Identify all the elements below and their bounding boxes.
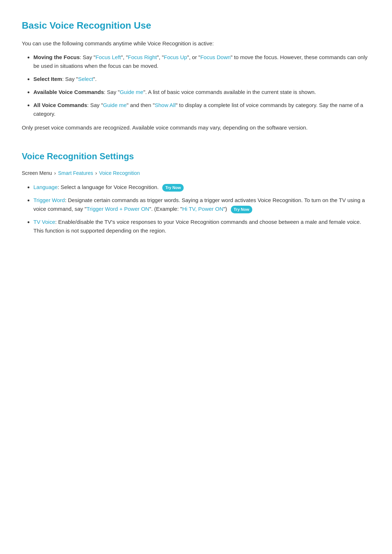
link-hi-tv-power-on[interactable]: Hi TV, Power ON	[182, 206, 223, 212]
term-moving-focus: Moving the Focus	[33, 54, 80, 60]
section1-title: Basic Voice Recognition Use	[22, 18, 370, 33]
list-item-moving-focus: Moving the Focus: Say "Focus Left", "Foc…	[33, 53, 370, 70]
section2-list: Language: Select a language for Voice Re…	[33, 183, 370, 235]
link-guide-me-2[interactable]: Guide me	[103, 102, 127, 108]
link-focus-up[interactable]: Focus Up	[164, 54, 187, 60]
link-select[interactable]: Select	[78, 76, 93, 82]
link-focus-right[interactable]: Focus Right	[128, 54, 157, 60]
breadcrumb-root: Screen Menu	[22, 169, 52, 177]
list-item-language: Language: Select a language for Voice Re…	[33, 183, 370, 192]
try-now-badge-trigger[interactable]: Try Now	[231, 206, 252, 214]
link-guide-me-1[interactable]: Guide me	[120, 89, 143, 95]
breadcrumb-separator-1: ›	[54, 169, 56, 177]
list-item-available-voice: Available Voice Commands: Say "Guide me"…	[33, 88, 370, 97]
term-all-voice: All Voice Commands	[33, 102, 87, 108]
section-voice-settings: Voice Recognition Settings Screen Menu ›…	[22, 149, 370, 235]
link-trigger-word[interactable]: Trigger Word	[33, 197, 65, 203]
try-now-badge-language[interactable]: Try Now	[162, 184, 184, 192]
link-trigger-power-on[interactable]: Trigger Word + Power ON	[86, 206, 149, 212]
section2-title: Voice Recognition Settings	[22, 149, 370, 163]
section1-list: Moving the Focus: Say "Focus Left", "Foc…	[33, 53, 370, 118]
list-item-all-voice: All Voice Commands: Say "Guide me" and t…	[33, 101, 370, 118]
list-item-tv-voice: TV Voice: Enable/disable the TV's voice …	[33, 218, 370, 235]
term-available-voice: Available Voice Commands	[33, 89, 104, 95]
breadcrumb: Screen Menu › Smart Features › Voice Rec…	[22, 169, 370, 177]
breadcrumb-separator-2: ›	[95, 169, 97, 177]
section-basic-voice: Basic Voice Recognition Use You can use …	[22, 18, 370, 132]
breadcrumb-smart-features[interactable]: Smart Features	[58, 169, 93, 177]
breadcrumb-voice-recognition[interactable]: Voice Recognition	[99, 169, 140, 177]
section1-footer: Only preset voice commands are recognize…	[22, 123, 370, 132]
link-focus-down[interactable]: Focus Down	[200, 54, 230, 60]
link-show-all[interactable]: Show All	[155, 102, 176, 108]
section1-intro: You can use the following commands anyti…	[22, 39, 370, 48]
list-item-trigger-word: Trigger Word: Designate certain commands…	[33, 196, 370, 213]
term-select-item: Select Item	[33, 76, 62, 82]
list-item-select: Select Item: Say "Select".	[33, 75, 370, 83]
link-language[interactable]: Language	[33, 184, 58, 190]
link-focus-left[interactable]: Focus Left	[95, 54, 121, 60]
link-tv-voice[interactable]: TV Voice	[33, 219, 55, 225]
